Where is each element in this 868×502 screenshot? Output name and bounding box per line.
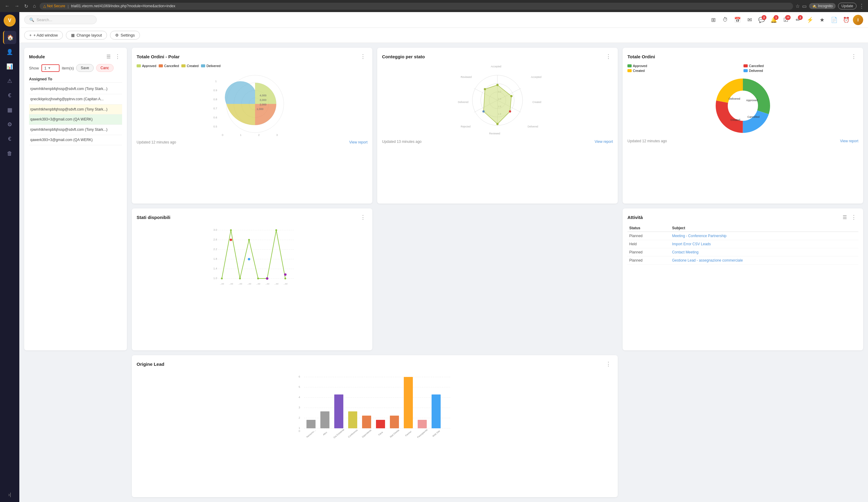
task-badge: 13: [785, 15, 790, 20]
donut-menu-icon[interactable]: ⋮: [849, 53, 858, 60]
forward-button[interactable]: →: [13, 2, 21, 10]
attivita-subject-link[interactable]: Meeting - Conference Partnership: [672, 234, 726, 238]
polar-view-report[interactable]: View report: [349, 140, 368, 144]
page-icon-btn[interactable]: 📄: [829, 14, 840, 25]
svg-text:Approved: Approved: [746, 99, 758, 102]
star-icon[interactable]: ☆: [795, 3, 800, 9]
main-content: 🔍 Search... ⊞ ⏱ 📅 ✉ 💬 2: [19, 12, 868, 502]
donut-legend: Approved Cancelled Created Delivered: [628, 64, 858, 73]
svg-text:Created: Created: [532, 101, 541, 104]
attivita-status-header: Status: [628, 225, 670, 232]
svg-text:Delivered: Delivered: [528, 125, 538, 128]
sidebar-item-tables[interactable]: ▦: [3, 103, 16, 117]
search-box[interactable]: 🔍 Search...: [24, 15, 97, 24]
legend-color-cancelled-donut: [743, 64, 748, 67]
lightning-icon: ⚡: [807, 17, 813, 23]
polar-chart-card: Totale Ordini - Polar ⋮ Approved Cancell…: [132, 48, 372, 203]
sidebar-item-trash[interactable]: 🗑: [3, 147, 16, 160]
reload-button[interactable]: ↻: [23, 2, 29, 10]
change-layout-button[interactable]: ▦ Change layout: [66, 31, 107, 40]
svg-point-43: [496, 123, 498, 125]
edit-icon-btn[interactable]: ✏ 2: [793, 14, 803, 25]
clock-icon-btn[interactable]: ⏰: [841, 14, 852, 25]
module-items-input[interactable]: 1 ▼: [41, 64, 60, 72]
legend-color-approved-donut: [628, 64, 632, 67]
svg-text:0: 0: [299, 429, 300, 432]
svg-text:Conferenza: Conferenza: [348, 429, 359, 438]
svg-text:Created: Created: [731, 118, 740, 122]
legend-color-delivered: [201, 64, 205, 67]
radar-chart-svg: Accepted Accepted Created Delivered Revi…: [382, 64, 613, 137]
chat-icon-btn[interactable]: 💬 2: [756, 14, 767, 25]
polar-chart-svg: 1 0.9 0.8 0.7 0.6 0.5 0 1 2 3: [137, 71, 368, 137]
origine-lead-menu-icon[interactable]: ⋮: [604, 360, 613, 368]
sidebar-item-contacts[interactable]: 👤: [3, 45, 16, 59]
svg-text:Accepted: Accepted: [531, 75, 541, 79]
module-menu-icon[interactable]: ⋮: [113, 53, 122, 60]
home-button[interactable]: ⌂: [32, 2, 37, 10]
svg-rect-106: [390, 416, 399, 428]
sidebar-item-reports[interactable]: 📊: [3, 60, 16, 73]
star-icon-btn[interactable]: ★: [817, 14, 827, 25]
attivita-menu-icon[interactable]: ⋮: [849, 213, 858, 221]
svg-text:2: 2: [258, 134, 260, 137]
more-icon[interactable]: ⋮: [859, 3, 864, 9]
radar-menu-icon[interactable]: ⋮: [604, 53, 613, 60]
settings-button[interactable]: ⚙ Settings: [110, 31, 140, 40]
sidebar-expand-button[interactable]: ›|: [3, 490, 16, 500]
stati-menu-icon[interactable]: ⋮: [359, 213, 368, 221]
tablet-icon[interactable]: ▭: [802, 3, 807, 9]
update-button[interactable]: Update: [838, 3, 857, 9]
polar-menu-icon[interactable]: ⋮: [359, 53, 368, 60]
radar-view-report[interactable]: View report: [595, 139, 613, 144]
task-icon-btn[interactable]: ☑ 13: [781, 14, 791, 25]
calendar-icon-btn[interactable]: 📅: [732, 14, 743, 25]
svg-point-41: [510, 95, 512, 97]
mail-icon-btn[interactable]: ✉: [744, 14, 755, 25]
svg-text:Delivered: Delivered: [729, 97, 740, 100]
sidebar-item-alerts[interactable]: ⚠: [3, 74, 16, 87]
lightning-icon-btn[interactable]: ⚡: [805, 14, 815, 25]
sidebar-item-home[interactable]: 🏠: [3, 31, 16, 44]
address-bar[interactable]: △ Not Secure | trial01.vtecrm.net/41069/…: [40, 3, 793, 10]
app-layout: V 🏠 👤 📊 ⚠ € ▦ ⚙ € 🗑 ›|: [0, 12, 868, 502]
svg-text:2: 2: [299, 416, 300, 419]
svg-text:2.2: 2.2: [213, 248, 217, 251]
browser-chrome: ← → ↻ ⌂ △ Not Secure | trial01.vtecrm.ne…: [0, 0, 868, 12]
attivita-subject-link[interactable]: Contact Meeting: [672, 250, 699, 254]
svg-text:...ed: ...ed: [238, 283, 242, 285]
add-window-button[interactable]: + + Add window: [24, 31, 63, 40]
attivita-subject-link[interactable]: Gestione Lead - assegnazione commerciale: [672, 258, 743, 262]
list-view-icon[interactable]: ☰: [106, 53, 111, 60]
module-cancel-button[interactable]: Canc: [96, 64, 114, 72]
donut-legend-cancelled: Cancelled: [743, 64, 858, 68]
donut-view-report[interactable]: View report: [840, 139, 858, 143]
svg-point-75: [221, 278, 223, 279]
svg-point-45: [484, 88, 486, 90]
sidebar-item-finance[interactable]: €: [3, 89, 16, 102]
donut-updated: Updated 12 minutes ago: [628, 139, 667, 143]
svg-rect-100: [307, 420, 316, 428]
attivita-list-icon[interactable]: ☰: [842, 214, 847, 221]
history-icon-btn[interactable]: ⏱: [720, 14, 731, 25]
module-list-header: Assigned To: [29, 75, 122, 83]
svg-text:...ed: ...ed: [283, 283, 287, 285]
sidebar-logo[interactable]: V: [4, 14, 16, 27]
module-save-button[interactable]: Save: [76, 64, 93, 72]
list-item: qawerk393+3@gmail.com (QA WERK): [29, 135, 122, 145]
url-display: trial01.vtecrm.net/41069/index.php?modul…: [71, 4, 175, 8]
sidebar-item-finance2[interactable]: €: [3, 132, 16, 146]
module-card-actions: ☰ ⋮: [106, 53, 122, 60]
sidebar-item-settings[interactable]: ⚙: [3, 118, 16, 131]
back-button[interactable]: ←: [4, 2, 11, 10]
user-avatar[interactable]: I: [853, 15, 863, 25]
bell-icon-btn[interactable]: 🔔 1: [768, 14, 779, 25]
star-icon: ★: [820, 17, 825, 23]
svg-rect-108: [418, 420, 427, 428]
grid-icon-btn[interactable]: ⊞: [708, 14, 719, 25]
origine-lead-header: Origine Lead ⋮: [137, 360, 613, 368]
attivita-status-cell: Planned: [628, 232, 670, 240]
svg-text:Fiera: Fiera: [378, 431, 384, 436]
attivita-subject-link[interactable]: Import Error CSV Leads: [672, 242, 711, 246]
svg-text:0.5: 0.5: [213, 125, 217, 128]
